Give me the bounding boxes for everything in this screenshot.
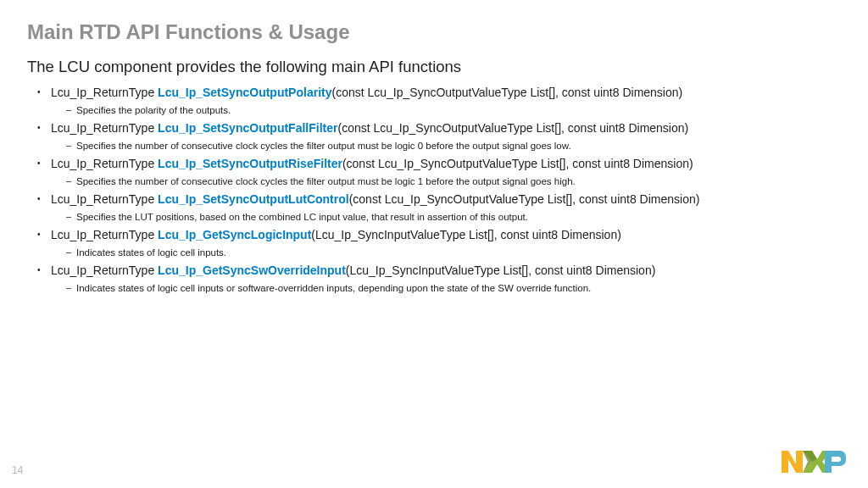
function-name: Lcu_Ip_SetSyncOutputFallFilter (158, 121, 337, 135)
description: Specifies the number of consecutive cloc… (66, 175, 841, 188)
return-type: Lcu_Ip_ReturnType (51, 228, 158, 241)
function-name: Lcu_Ip_GetSyncLogicInput (158, 228, 311, 241)
list-item: Lcu_Ip_ReturnType Lcu_Ip_SetSyncOutputPo… (37, 85, 841, 117)
nxp-logo (782, 449, 846, 478)
signature: (const Lcu_Ip_SyncOutputValueType List[]… (331, 86, 682, 99)
signature: (Lcu_Ip_SyncInputValueType List[], const… (346, 263, 656, 277)
list-item: Lcu_Ip_ReturnType Lcu_Ip_GetSyncLogicInp… (37, 227, 841, 259)
description: Specifies the LUT positions, based on th… (66, 210, 841, 224)
function-name: Lcu_Ip_SetSyncOutputPolarity (158, 86, 331, 99)
list-item: Lcu_Ip_ReturnType Lcu_Ip_SetSyncOutputLu… (37, 191, 841, 224)
return-type: Lcu_Ip_ReturnType (51, 121, 158, 135)
return-type: Lcu_Ip_ReturnType (51, 157, 158, 170)
function-name: Lcu_Ip_SetSyncOutputLutControl (158, 192, 349, 206)
list-item: Lcu_Ip_ReturnType Lcu_Ip_GetSyncSwOverri… (37, 263, 841, 295)
signature: (const Lcu_Ip_SyncOutputValueType List[]… (349, 192, 700, 206)
description: Specifies the polarity of the outputs. (66, 103, 841, 117)
svg-marker-0 (782, 451, 803, 473)
description: Indicates states of logic cell inputs or… (66, 281, 841, 295)
list-item: Lcu_Ip_ReturnType Lcu_Ip_SetSyncOutputFa… (37, 120, 841, 152)
slide: Main RTD API Functions & Usage The LCU c… (0, 0, 868, 488)
description: Indicates states of logic cell inputs. (66, 246, 841, 259)
list-item: Lcu_Ip_ReturnType Lcu_Ip_SetSyncOutputRi… (37, 156, 841, 188)
function-name: Lcu_Ip_SetSyncOutputRiseFilter (158, 157, 342, 170)
page-title: Main RTD API Functions & Usage (27, 20, 841, 44)
return-type: Lcu_Ip_ReturnType (51, 86, 158, 99)
signature: (const Lcu_Ip_SyncOutputValueType List[]… (342, 157, 693, 170)
signature: (const Lcu_Ip_SyncOutputValueType List[]… (337, 121, 688, 135)
return-type: Lcu_Ip_ReturnType (51, 192, 158, 206)
function-name: Lcu_Ip_GetSyncSwOverrideInput (158, 263, 346, 277)
return-type: Lcu_Ip_ReturnType (51, 263, 158, 277)
page-number: 14 (12, 464, 23, 476)
signature: (Lcu_Ip_SyncInputValueType List[], const… (311, 228, 621, 241)
api-list: Lcu_Ip_ReturnType Lcu_Ip_SetSyncOutputPo… (27, 85, 841, 295)
page-subtitle: The LCU component provides the following… (27, 58, 841, 76)
description: Specifies the number of consecutive cloc… (66, 139, 841, 152)
